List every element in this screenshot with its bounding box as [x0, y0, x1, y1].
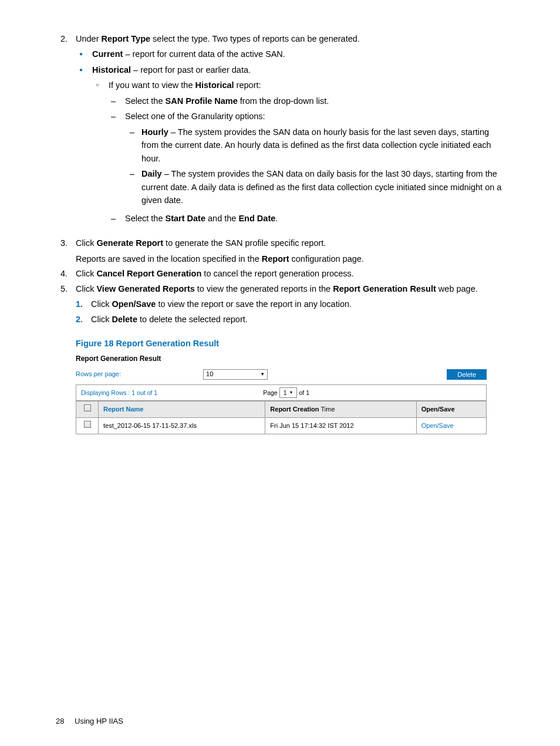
- delete-button[interactable]: Delete: [447, 369, 487, 380]
- page-selector: Page 1 ▼ of 1: [263, 387, 309, 398]
- list-item: – Select one of the Granularity options:…: [109, 110, 507, 209]
- table-row: test_2012-06-15 17-11-52.37.xls Fri Jun …: [76, 418, 487, 434]
- row-count-label: Displaying Rows : 1 out of 1: [81, 388, 157, 397]
- text: Click: [76, 284, 96, 293]
- text: to view the report or save the report in…: [156, 299, 352, 309]
- pagination-bar: Displaying Rows : 1 out of 1 Page 1 ▼ of…: [76, 384, 487, 401]
- sub-steps: 1. Click Open/Save to view the report or…: [76, 298, 507, 326]
- bold: Historical: [92, 65, 131, 75]
- dash-icon: –: [109, 110, 123, 209]
- list-item: – Hourly – The system provides the SAN d…: [125, 126, 507, 165]
- panel-title: Report Generation Result: [76, 353, 487, 364]
- text: and the: [205, 214, 238, 223]
- text: Click: [91, 299, 112, 309]
- bold: SAN Profile Name: [166, 96, 238, 106]
- step-4: 4. Click Cancel Report Generation to can…: [56, 267, 507, 280]
- step-3: 3. Click Generate Report to generate the…: [56, 237, 507, 265]
- text: – report for current data of the active …: [123, 49, 285, 59]
- list-item: ● Current – report for current data of t…: [76, 48, 507, 60]
- list-item: – Select the Start Date and the End Date…: [109, 212, 507, 225]
- bold: Generate Report: [96, 238, 163, 248]
- list-item: ○ If you want to view the Historical rep…: [92, 79, 507, 227]
- text: Under: [76, 34, 102, 43]
- select-all-header[interactable]: [76, 401, 99, 418]
- page-dropdown[interactable]: 1 ▼: [279, 387, 298, 398]
- controls-row: Rows per page: 10 ▼ Delete: [76, 369, 487, 380]
- text: select the type. Two types of reports ca…: [150, 34, 360, 43]
- text: – The system provides the SAN data on da…: [141, 169, 501, 205]
- text: .: [275, 214, 278, 223]
- bold: Open/Save: [112, 299, 156, 309]
- bold: Historical: [195, 80, 234, 90]
- chevron-down-icon: ▼: [289, 390, 294, 396]
- dash-icon: –: [125, 167, 139, 207]
- page-of-label: of 1: [299, 388, 309, 397]
- bullet-icon: ●: [76, 63, 90, 229]
- text: Select the: [125, 214, 166, 223]
- sub-num: 2.: [76, 313, 91, 326]
- dash-icon: –: [125, 126, 139, 165]
- text: – report for past or earlier data.: [131, 65, 251, 75]
- bold: View Generated Reports: [96, 284, 194, 293]
- sub-step: 1. Click Open/Save to view the report or…: [76, 298, 507, 310]
- bold: Hourly: [141, 127, 168, 137]
- col-report-name[interactable]: Report Name: [99, 401, 265, 418]
- text: configuration page.: [289, 254, 364, 264]
- checkbox-icon: [84, 421, 91, 428]
- cell-report-name: test_2012-06-15 17-11-52.37.xls: [99, 418, 265, 434]
- text: to cancel the report generation process.: [201, 269, 354, 278]
- dash-icon: –: [109, 94, 123, 107]
- text: Reports are saved in the location specif…: [76, 254, 262, 264]
- list-item: – Daily – The system provides the SAN da…: [125, 167, 507, 207]
- row-checkbox-cell[interactable]: [76, 418, 99, 434]
- bold: Delete: [112, 315, 137, 324]
- text: web page.: [436, 284, 478, 293]
- text: Click: [76, 238, 96, 248]
- text: Select the: [125, 96, 166, 106]
- select-value: 10: [206, 369, 213, 379]
- sub-step: 2. Click Delete to delete the selected r…: [76, 313, 507, 326]
- step-num: 5.: [56, 282, 76, 329]
- dash-list: – Select the SAN Profile Name from the d…: [109, 94, 507, 225]
- step-num: 4.: [56, 267, 76, 280]
- page-label: Page: [263, 388, 278, 397]
- figure-caption: Figure 18 Report Generation Result: [76, 337, 507, 350]
- table-header-row: Report Name Report Creation Time Open/Sa…: [76, 401, 487, 418]
- list-item: ● Historical – report for past or earlie…: [76, 63, 507, 229]
- bold: Start Date: [166, 214, 206, 223]
- results-table: Report Name Report Creation Time Open/Sa…: [76, 401, 487, 434]
- open-save-link[interactable]: Open/Save: [416, 418, 486, 434]
- step-2: 2. Under Report Type select the type. Tw…: [56, 32, 507, 232]
- text: – The system provides the SAN data on ho…: [141, 127, 491, 163]
- bold: Report: [262, 254, 289, 264]
- text: Click: [76, 269, 96, 278]
- checkbox-icon: [84, 404, 91, 411]
- text: If you want to view the: [109, 80, 195, 90]
- step-num: 3.: [56, 237, 76, 265]
- text: to view the generated reports in the: [195, 284, 333, 293]
- rows-per-page-label: Rows per page:: [76, 369, 121, 379]
- circle-icon: ○: [92, 79, 106, 227]
- text: report:: [234, 80, 261, 90]
- bold: Daily: [141, 169, 162, 178]
- bullet-icon: ●: [76, 48, 90, 60]
- step-5: 5. Click View Generated Reports to view …: [56, 282, 507, 329]
- embedded-screenshot: Report Generation Result Rows per page: …: [76, 353, 487, 434]
- rows-per-page-select[interactable]: 10 ▼: [203, 369, 268, 380]
- page-value: 1: [284, 388, 287, 397]
- bold: Cancel Report Generation: [96, 269, 201, 278]
- dash-icon: –: [109, 212, 123, 225]
- text: to generate the SAN profile specific rep…: [163, 238, 326, 248]
- bullet-list: ● Current – report for current data of t…: [76, 48, 507, 229]
- sub-list: ○ If you want to view the Historical rep…: [92, 79, 507, 227]
- chevron-down-icon: ▼: [260, 371, 265, 378]
- bold: Current: [92, 49, 123, 59]
- text: to delete the selected report.: [137, 315, 248, 324]
- col-creation-time[interactable]: Report Creation Time: [265, 401, 416, 418]
- dash-list-nested: – Hourly – The system provides the SAN d…: [125, 126, 507, 207]
- instruction-list: 2. Under Report Type select the type. Tw…: [56, 32, 507, 329]
- bold: Report Type: [102, 34, 151, 43]
- bold: Report Generation Result: [333, 284, 436, 293]
- text: from the drop-down list.: [238, 96, 329, 106]
- text: Select one of the Granularity options:: [125, 112, 265, 121]
